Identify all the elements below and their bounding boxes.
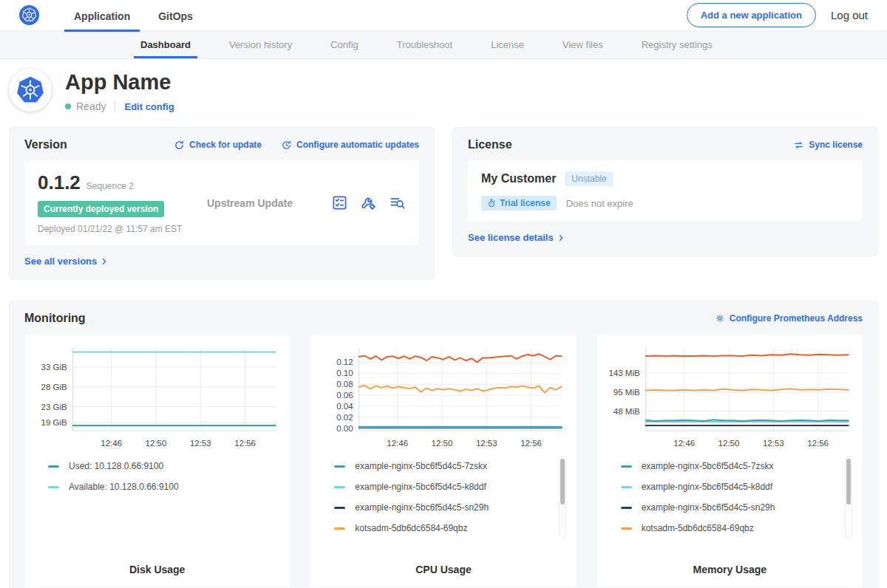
disk-usage-legend: Used: 10.128.0.66:9100Available: 10.128.… [30, 453, 284, 497]
sync-license-link[interactable]: Sync license [793, 140, 863, 151]
subnav-tab-dashboard[interactable]: Dashboard [140, 31, 191, 58]
svg-text:12:50: 12:50 [146, 439, 167, 448]
disk-usage-plot: 12:4612:5012:5312:5633 GiB28 GiB23 GiB19… [30, 342, 284, 453]
page-title: App Name [65, 70, 174, 95]
svg-text:12:46: 12:46 [387, 439, 409, 448]
chevron-right-icon [100, 257, 109, 266]
legend-swatch [48, 486, 59, 488]
legend-swatch [621, 465, 632, 468]
svg-text:0.08: 0.08 [337, 380, 353, 389]
legend-swatch [334, 486, 345, 488]
license-expiry: Does not expire [566, 198, 633, 209]
legend-item[interactable]: example-nginx-5bc6f5d4c5-7zskx [334, 456, 549, 476]
svg-text:143 MiB: 143 MiB [608, 369, 640, 377]
legend-swatch [48, 465, 59, 468]
svg-text:12:46: 12:46 [101, 439, 122, 448]
see-license-details-link[interactable]: See license details [468, 232, 565, 243]
svg-text:0.00: 0.00 [337, 424, 353, 433]
cpu-usage-chart-card: 12:4612:5012:5312:560.120.100.080.060.04… [310, 335, 576, 587]
app-header: App Name Ready Edit config [0, 59, 887, 124]
legend-swatch [334, 527, 345, 530]
disk-usage-chart-card: 12:4612:5012:5312:5633 GiB28 GiB23 GiB19… [24, 335, 290, 587]
version-source-label: Upstream Update [197, 197, 331, 209]
chart-title: Memory Usage [603, 556, 857, 580]
ready-status-dot [65, 103, 71, 109]
kubernetes-logo-icon [19, 5, 39, 25]
scrollbar-thumb[interactable] [560, 459, 565, 505]
legend-label: example-nginx-5bc6f5d4c5-k8ddf [355, 482, 486, 492]
svg-text:0.04: 0.04 [337, 402, 354, 411]
sync-arrows-icon [793, 140, 804, 151]
scrollbar-thumb[interactable] [846, 459, 851, 505]
license-card: License Sync license My Customer Unstabl… [452, 127, 878, 256]
legend-item[interactable]: example-nginx-5bc6f5d4c5-k8ddf [621, 476, 836, 497]
memory-usage-plot: 12:4612:5012:5312:56143 MiB95 MiB48 MiB [603, 342, 857, 453]
svg-text:12:56: 12:56 [234, 439, 256, 448]
legend-scrollbar[interactable] [559, 456, 566, 539]
subnav-tab-troubleshoot[interactable]: Troubleshoot [397, 31, 452, 58]
legend-swatch [334, 465, 345, 468]
legend-item[interactable]: example-nginx-5bc6f5d4c5-sn29h [334, 497, 549, 518]
add-application-button[interactable]: Add a new application [687, 3, 816, 27]
cpu-usage-plot: 12:4612:5012:5312:560.120.100.080.060.04… [316, 342, 570, 453]
see-all-versions-link[interactable]: See all versions [24, 256, 109, 267]
legend-swatch [334, 507, 345, 509]
svg-text:0.12: 0.12 [337, 358, 353, 366]
subnav-tab-version-history[interactable]: Version history [229, 31, 292, 58]
refresh-icon [174, 140, 185, 151]
svg-text:12:56: 12:56 [521, 439, 543, 448]
cpu-usage-legend: example-nginx-5bc6f5d4c5-7zskxexample-ng… [316, 453, 570, 539]
version-card: Version Check for update Configure autom… [9, 127, 435, 280]
legend-swatch [621, 507, 632, 509]
topnav-tab-application[interactable]: Application [64, 0, 140, 31]
svg-text:12:50: 12:50 [718, 439, 739, 448]
legend-item[interactable]: kotsadm-5db6dc6584-69qbz [334, 518, 549, 539]
logs-search-icon[interactable] [389, 194, 406, 211]
memory-usage-chart-card: 12:4612:5012:5312:56143 MiB95 MiB48 MiBe… [597, 335, 863, 587]
legend-item[interactable]: example-nginx-5bc6f5d4c5-k8ddf [334, 476, 549, 497]
chart-title: Disk Usage [30, 556, 284, 580]
check-for-update-link[interactable]: Check for update [174, 140, 262, 151]
see-license-details-label: See license details [468, 232, 554, 243]
legend-item[interactable]: kotsadm-5db6dc6584-69qbz [621, 518, 836, 539]
license-card-title: License [468, 138, 774, 151]
check-for-update-label: Check for update [189, 140, 262, 150]
see-all-versions-label: See all versions [24, 256, 97, 267]
svg-text:12:46: 12:46 [673, 439, 695, 448]
edit-config-link[interactable]: Edit config [124, 101, 174, 112]
trial-license-label: Trial license [500, 198, 551, 208]
legend-label: example-nginx-5bc6f5d4c5-7zskx [642, 461, 774, 471]
legend-scrollbar[interactable] [845, 456, 852, 539]
legend-item[interactable]: example-nginx-5bc6f5d4c5-7zskx [621, 456, 836, 476]
subnav-tab-license[interactable]: License [491, 31, 524, 58]
configure-automatic-updates-link[interactable]: Configure automatic updates [281, 140, 419, 151]
svg-text:12:56: 12:56 [807, 439, 829, 448]
wrench-gear-icon[interactable] [360, 194, 377, 211]
sync-license-label: Sync license [809, 140, 863, 150]
legend-item[interactable]: example-nginx-5bc6f5d4c5-sn29h [621, 497, 836, 518]
legend-item[interactable]: Available: 10.128.0.66:9100 [48, 476, 263, 497]
divider [115, 101, 115, 112]
monitoring-title: Monitoring [24, 312, 696, 325]
checklist-icon[interactable] [331, 194, 348, 211]
subnav-tab-registry-settings[interactable]: Registry settings [642, 31, 713, 58]
svg-text:33 GiB: 33 GiB [41, 363, 67, 372]
deployed-timestamp: Deployed 01/21/22 @ 11:57 am EST [38, 224, 197, 234]
legend-label: example-nginx-5bc6f5d4c5-sn29h [642, 502, 775, 513]
subnav-tab-config[interactable]: Config [330, 31, 358, 58]
svg-text:28 GiB: 28 GiB [41, 383, 67, 392]
legend-item[interactable]: Used: 10.128.0.66:9100 [48, 456, 263, 476]
logout-button[interactable]: Log out [831, 9, 868, 21]
legend-label: kotsadm-5db6dc6584-69qbz [355, 523, 467, 533]
monitoring-section: Monitoring Configure Prometheus Address … [9, 301, 878, 588]
deployed-version-badge: Currently deployed version [38, 201, 164, 217]
chevron-right-icon [557, 233, 565, 242]
gear-icon [715, 313, 725, 324]
configure-prometheus-link[interactable]: Configure Prometheus Address [715, 313, 863, 324]
configure-automatic-updates-label: Configure automatic updates [296, 140, 419, 150]
sequence-label: Sequence 2 [86, 181, 134, 191]
subnav-tab-view-files[interactable]: View files [563, 31, 603, 58]
svg-text:0.10: 0.10 [337, 369, 353, 377]
topnav-tab-gitops[interactable]: GitOps [149, 0, 203, 31]
chart-title: CPU Usage [316, 556, 570, 580]
